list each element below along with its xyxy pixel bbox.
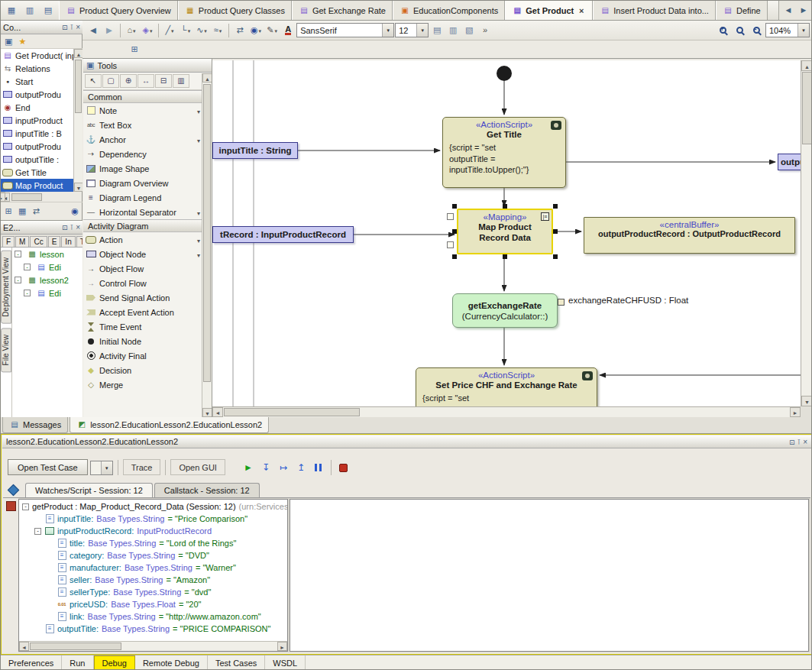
palette-item[interactable]: Horizontal Separator	[83, 205, 202, 219]
dock-tab[interactable]: Messages	[2, 417, 68, 433]
palette-scrollbar[interactable]	[202, 73, 212, 417]
step-out-icon[interactable]	[293, 460, 309, 475]
close-panel-icon[interactable]	[76, 23, 80, 31]
document-tab[interactable]: Define	[716, 1, 768, 20]
palette-section-header[interactable]: Common	[83, 90, 212, 103]
smart-manipulator-handle[interactable]	[447, 213, 454, 220]
watches-hscrollbar[interactable]	[19, 641, 287, 651]
forward-icon[interactable]	[102, 23, 117, 38]
edit-style-icon[interactable]	[264, 23, 280, 38]
canvas-hscrollbar[interactable]	[212, 406, 801, 417]
watch-row[interactable]: inputProductRecord: InputProductRecord	[19, 525, 287, 537]
expand-toggle-icon[interactable]	[24, 290, 31, 296]
resize-handle[interactable]	[503, 204, 507, 209]
debugger-tab[interactable]: Callstack - Session: 12	[154, 483, 260, 497]
dropdown-arrow-icon[interactable]	[197, 135, 200, 144]
view-side-tab[interactable]: Deployment View	[1, 251, 11, 324]
containment-item[interactable]: Get Product( inpu	[1, 49, 73, 62]
zoom-reset-icon[interactable]	[732, 23, 747, 38]
scrollbar-thumb[interactable]	[75, 60, 82, 113]
explorer-tab[interactable]: T	[76, 236, 82, 247]
close-panel-icon[interactable]	[803, 438, 807, 446]
dropdown-arrow-icon[interactable]	[101, 461, 112, 474]
scroll-down-icon[interactable]	[801, 396, 812, 406]
explorer-tab[interactable]: Cc	[30, 236, 47, 247]
palette-item[interactable]: Action	[83, 232, 202, 247]
pin-input-title[interactable]: inputTitle : String	[212, 142, 298, 159]
dropdown-arrow-icon[interactable]	[197, 235, 200, 244]
collapse-toggle-icon[interactable]	[22, 503, 29, 510]
trace-button[interactable]: Trace	[123, 459, 161, 475]
output-pin[interactable]	[558, 299, 565, 306]
close-tab-icon[interactable]	[577, 6, 586, 15]
scrollbar-thumb[interactable]	[203, 84, 211, 382]
scroll-down-icon[interactable]	[74, 183, 82, 192]
palette-tool-button[interactable]	[102, 74, 119, 88]
palette-item[interactable]: Time Event	[83, 319, 202, 334]
spline-path-icon[interactable]	[210, 23, 225, 38]
scrollbar-thumb[interactable]	[224, 408, 360, 416]
containment-item[interactable]: Start	[1, 75, 73, 88]
pin-input-product-record[interactable]: tRecord : InputProductRecord	[212, 226, 354, 243]
containment-item[interactable]: outputProdu	[1, 88, 73, 101]
containment-item[interactable]: outputProdu	[1, 140, 73, 153]
palette-item[interactable]: Merge	[83, 377, 202, 392]
pin-panel-icon[interactable]	[70, 223, 73, 231]
scroll-left-icon[interactable]	[212, 407, 223, 417]
dropdown-arrow-icon[interactable]	[197, 208, 200, 217]
explorer-item[interactable]: lesson2	[12, 274, 82, 286]
float-panel-icon[interactable]	[62, 223, 68, 231]
dock-tab[interactable]: lesson2.EducationLesson2.EducationLesson…	[70, 417, 269, 433]
palette-item[interactable]: Anchor	[83, 132, 202, 147]
favorites-icon[interactable]	[16, 35, 28, 47]
diagram-canvas[interactable]: «ActionScript» Get Title {script = "set …	[212, 60, 801, 406]
scrollbar-thumb[interactable]	[30, 642, 121, 650]
explorer-tab[interactable]: F	[2, 236, 15, 247]
refresh-icon[interactable]	[30, 206, 42, 218]
document-tab[interactable]: Get Product	[505, 1, 593, 20]
perspective-tab[interactable]: WSDL	[265, 655, 306, 670]
resize-handle[interactable]	[553, 254, 558, 259]
document-tab[interactable]: EducationComponents	[393, 1, 505, 20]
palette-item[interactable]: Send Signal Action	[83, 290, 202, 305]
resize-handle[interactable]	[503, 254, 507, 259]
explorer-tab[interactable]: M	[15, 236, 29, 247]
resize-handle[interactable]	[452, 204, 457, 209]
explorer-tab[interactable]: E	[48, 236, 61, 247]
watch-row[interactable]: sellerType: Base Types.String = "dvd"	[19, 586, 287, 598]
scrollbar-thumb[interactable]	[802, 72, 812, 144]
containment-vscrollbar[interactable]	[73, 49, 82, 192]
oblique-path-icon[interactable]	[162, 23, 177, 38]
rectilinear-path-icon[interactable]	[178, 23, 193, 38]
diagram-windows-icon[interactable]	[4, 3, 19, 18]
resize-handle[interactable]	[553, 204, 558, 209]
open-gui-button[interactable]: Open GUI	[170, 459, 225, 475]
resize-handle[interactable]	[452, 229, 457, 234]
scrollbar-thumb[interactable]	[11, 193, 42, 201]
link-with-editor-icon[interactable]	[69, 206, 81, 218]
scroll-up-icon[interactable]	[74, 49, 82, 58]
action-get-title[interactable]: «ActionScript» Get Title {script = "set …	[442, 117, 566, 188]
watch-row[interactable]: outputTitle: Base Types.String = "PRICE …	[19, 623, 287, 635]
float-panel-icon[interactable]	[62, 23, 68, 31]
dropdown-arrow-icon[interactable]	[797, 24, 809, 37]
perspective-tab[interactable]: Preferences	[1, 655, 62, 670]
palette-item[interactable]: Image Shape	[83, 161, 202, 176]
palette-item[interactable]: Diagram Overview	[83, 176, 202, 190]
containment-item[interactable]: Relations	[1, 62, 73, 75]
collapse-toggle-icon[interactable]	[34, 528, 41, 535]
related-elements-icon[interactable]	[124, 23, 139, 38]
palette-header[interactable]: Tools	[83, 59, 212, 73]
copy-format-icon[interactable]	[429, 23, 445, 38]
toolbar-overflow-icon[interactable]	[477, 23, 493, 38]
watch-row[interactable]: priceUSD: Base Types.Float = "20"	[19, 598, 287, 610]
watches-pane[interactable]: getProduct : Map_Product_Record_Data (Se…	[18, 499, 288, 652]
expand-all-icon[interactable]	[2, 206, 15, 218]
palette-item[interactable]: Initial Node	[83, 334, 202, 348]
pin-panel-icon[interactable]	[797, 438, 801, 446]
scroll-tabs-left-icon[interactable]	[781, 3, 796, 18]
float-panel-icon[interactable]	[789, 438, 795, 446]
step-into-icon[interactable]	[258, 460, 273, 475]
font-color-icon[interactable]	[280, 23, 296, 38]
zoom-in-icon[interactable]	[715, 23, 730, 38]
